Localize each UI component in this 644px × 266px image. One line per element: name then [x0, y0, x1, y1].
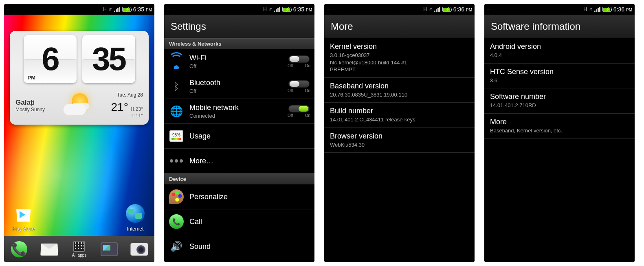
- section-wireless: Wireless & Networks: [164, 38, 314, 49]
- row-usage[interactable]: 98% Usage: [164, 124, 314, 149]
- page-title: More: [324, 15, 475, 38]
- list-item[interactable]: Build number 14.01.401.2 CL434411 releas…: [324, 103, 475, 128]
- palette-icon: [169, 189, 184, 204]
- status-time: 6:35 PM: [293, 6, 312, 13]
- data-arrows-icon: ⇵: [109, 7, 112, 11]
- row-bluetooth[interactable]: ᛒ Bluetooth Off OffOn: [164, 74, 314, 99]
- info-sub: Baseband, Kernel version, etc.: [490, 127, 629, 134]
- mobile-network-toggle[interactable]: OffOn: [288, 105, 310, 118]
- dock-phone[interactable]: 📞: [9, 239, 29, 259]
- info-sub: 4.0.4: [490, 52, 629, 59]
- homescreen[interactable]: 6 PM 35 Galați Mostly Sunny Tue, Aug 28: [4, 15, 154, 262]
- bluetooth-sublabel: Off: [189, 88, 283, 94]
- network-h-icon: H: [263, 7, 267, 12]
- status-bar[interactable]: ⎓ H ⇵ ⚡ 6:36 PM: [324, 4, 475, 15]
- gallery-icon: [101, 242, 118, 256]
- info-sub: 3.0.16-gce03037 htc-kernel@u18000-build-…: [330, 52, 469, 73]
- battery-icon: ⚡: [282, 7, 291, 12]
- app-play-store[interactable]: Play Store: [12, 202, 35, 232]
- info-sub: 14.01.401.2 CL434411 release-keys: [330, 116, 469, 123]
- status-time: 6:36 PM: [453, 6, 472, 13]
- app-internet[interactable]: Internet: [124, 202, 146, 232]
- weather-high: H:23°: [131, 106, 143, 112]
- dock-all-apps[interactable]: All apps: [69, 239, 89, 259]
- bluetooth-icon: ᛒ: [169, 79, 184, 94]
- battery-icon: ⚡: [602, 7, 611, 12]
- row-more[interactable]: More…: [164, 149, 314, 174]
- usb-icon: ⎓: [487, 7, 490, 12]
- list-item[interactable]: Software number 14.01.401.2 710RD: [484, 88, 635, 114]
- clock-weather-widget[interactable]: 6 PM 35 Galați Mostly Sunny Tue, Aug 28: [10, 31, 149, 125]
- info-title: Browser version: [330, 132, 469, 141]
- usage-icon: 98%: [169, 130, 183, 142]
- bluetooth-toggle[interactable]: OffOn: [288, 80, 310, 93]
- camera-icon: [130, 243, 148, 256]
- list-item[interactable]: HTC Sense version 3.6: [484, 64, 635, 89]
- info-sub: WebKit/534.30: [330, 141, 469, 149]
- clock-minute: 35: [92, 40, 125, 78]
- speaker-icon: 🔊: [169, 239, 184, 254]
- bluetooth-label: Bluetooth: [189, 79, 283, 87]
- row-personalize[interactable]: Personalize: [164, 185, 314, 209]
- weather-sunny-icon: [59, 93, 96, 118]
- network-h-icon: H: [103, 7, 107, 12]
- info-title: Android version: [490, 42, 629, 51]
- list-item[interactable]: Kernel version 3.0.16-gce03037 htc-kerne…: [324, 38, 475, 78]
- list-item[interactable]: More Baseband, Kernel version, etc.: [484, 114, 635, 139]
- list-item[interactable]: Android version 4.0.4: [484, 38, 635, 64]
- row-mobile-network[interactable]: 🌐 Mobile network Connected OffOn: [164, 99, 314, 124]
- section-device: Device: [164, 174, 314, 185]
- info-sub: 14.01.401.2 710RD: [490, 102, 629, 109]
- info-title: Build number: [330, 107, 469, 115]
- wifi-toggle[interactable]: OffOn: [288, 55, 310, 68]
- phone-icon: 📞: [11, 241, 27, 257]
- personalize-label: Personalize: [189, 193, 310, 201]
- usage-label: Usage: [189, 132, 310, 141]
- list-item[interactable]: Baseband version 20.76.30.0835U_3831.19.…: [324, 78, 475, 103]
- mobile-network-icon: 🌐: [169, 103, 184, 119]
- sound-label: Sound: [189, 242, 310, 251]
- wifi-sublabel: Off: [189, 63, 283, 69]
- row-wifi[interactable]: Wi-Fi Off OffOn: [164, 49, 314, 74]
- signal-icon: [434, 7, 440, 12]
- screen-more: ⎓ H ⇵ ⚡ 6:36 PM More Kernel version 3.0.…: [324, 4, 475, 262]
- info-sub: 3.6: [490, 77, 629, 84]
- status-bar[interactable]: ⎓ H ⇵ ⚡ 6:35 PM: [4, 4, 154, 15]
- row-sound[interactable]: 🔊 Sound: [164, 234, 314, 259]
- list-item[interactable]: Browser version WebKit/534.30: [324, 128, 475, 153]
- screen-settings: ⎓ H ⇵ ⚡ 6:35 PM Settings Wireless & Netw…: [164, 4, 314, 262]
- battery-icon: ⚡: [442, 7, 451, 12]
- info-title: Software number: [490, 92, 629, 101]
- mobile-network-label: Mobile network: [189, 103, 283, 112]
- dock-gallery[interactable]: [99, 239, 119, 259]
- info-list-swinfo[interactable]: Android version 4.0.4 HTC Sense version …: [484, 38, 635, 262]
- data-arrows-icon: ⇵: [429, 7, 432, 11]
- network-h-icon: H: [583, 7, 587, 12]
- status-bar[interactable]: ⎓ H ⇵ ⚡ 6:36 PM: [484, 4, 635, 15]
- data-arrows-icon: ⇵: [269, 7, 272, 11]
- play-store-icon: [13, 202, 35, 224]
- status-time: 6:36 PM: [613, 6, 632, 13]
- app-internet-label: Internet: [127, 226, 144, 232]
- screen-software-info: ⎓ H ⇵ ⚡ 6:36 PM Software information And…: [484, 4, 635, 262]
- usb-icon: ⎓: [7, 7, 9, 12]
- network-h-icon: H: [423, 7, 427, 12]
- apps-grid-icon: [73, 241, 85, 252]
- row-call[interactable]: 📞 Call: [164, 209, 314, 234]
- settings-list[interactable]: Wireless & Networks Wi-Fi Off OffOn ᛒ Bl…: [164, 38, 314, 262]
- call-label: Call: [189, 218, 310, 226]
- wifi-icon: [169, 54, 184, 69]
- info-title: More: [490, 118, 629, 126]
- screen-home: ⎓ H ⇵ ⚡ 6:35 PM 6 PM 35 Galați: [4, 4, 154, 262]
- call-icon: 📞: [169, 214, 184, 229]
- globe-icon: [124, 202, 146, 224]
- signal-icon: [274, 7, 280, 12]
- dock-mail[interactable]: [39, 239, 59, 259]
- clock-ampm: PM: [28, 75, 36, 81]
- info-list-more[interactable]: Kernel version 3.0.16-gce03037 htc-kerne…: [324, 38, 475, 262]
- dock-camera[interactable]: [129, 239, 149, 259]
- weather-condition: Mostly Sunny: [15, 107, 45, 112]
- status-bar[interactable]: ⎓ H ⇵ ⚡ 6:35 PM: [164, 4, 314, 15]
- app-play-store-label: Play Store: [12, 226, 35, 232]
- dock: 📞 All apps: [4, 236, 154, 262]
